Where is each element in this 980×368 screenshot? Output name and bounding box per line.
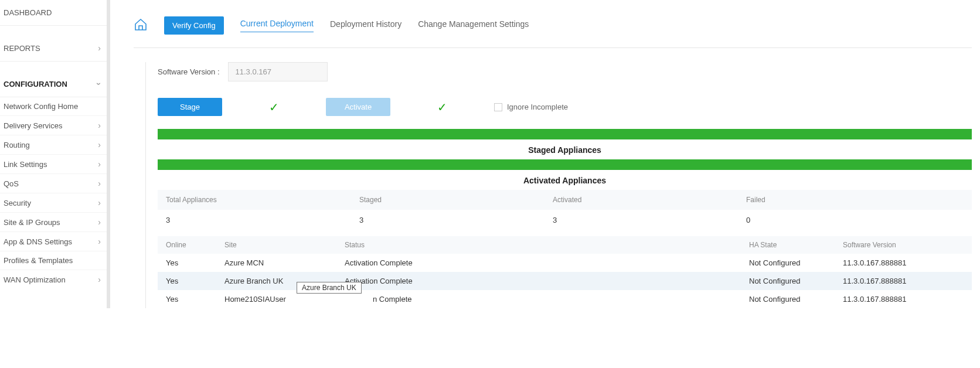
table-header-ha-state: HA State <box>741 236 835 254</box>
sidebar-reports[interactable]: REPORTS › <box>0 38 107 62</box>
cell-ha-state: Not Configured <box>741 290 835 308</box>
table-header-row: Online Site Status HA State Software Ver… <box>158 236 972 254</box>
tabs-row: Verify Config Current Deployment Deploym… <box>134 16 972 48</box>
staged-appliances-title: Staged Appliances <box>158 142 972 159</box>
tab-current-deployment[interactable]: Current Deployment <box>240 19 314 32</box>
table-header-software-version: Software Version <box>835 236 972 254</box>
table-header-online: Online <box>158 236 216 254</box>
cell-online: Yes <box>158 272 216 290</box>
table-row[interactable]: Yes Azure MCN Activation Complete Not Co… <box>158 254 972 272</box>
sidebar-item-routing[interactable]: Routing › <box>0 135 107 155</box>
tab-change-management-settings[interactable]: Change Management Settings <box>418 19 529 32</box>
cell-ha-state: Not Configured <box>741 254 835 272</box>
cell-online: Yes <box>158 254 216 272</box>
summary-value-staged: 3 <box>351 210 545 230</box>
cell-status: Activation Complete <box>336 254 741 272</box>
summary-value-activated: 3 <box>545 210 738 230</box>
cell-status: Azure Branch UK n Complete <box>336 290 741 308</box>
table-row[interactable]: Yes Azure Branch UK Activation Complete … <box>158 272 972 290</box>
sidebar-item-site-ip-groups[interactable]: Site & IP Groups › <box>0 213 107 232</box>
cell-software-version: 11.3.0.167.888881 <box>835 290 972 308</box>
sidebar-configuration[interactable]: CONFIGURATION › <box>0 73 107 97</box>
sidebar-item-link-settings[interactable]: Link Settings › <box>0 155 107 174</box>
check-icon: ✓ <box>437 100 447 114</box>
sidebar-item-label: App & DNS Settings <box>4 237 72 246</box>
sidebar-item-label: Link Settings <box>4 160 47 169</box>
summary-header-activated: Activated <box>545 190 738 210</box>
sidebar-item-delivery-services[interactable]: Delivery Services › <box>0 116 107 135</box>
sidebar-item-label: Profiles & Templates <box>4 256 73 265</box>
deployment-panel: Software Version : Stage ✓ Activate ✓ Ig… <box>145 62 972 308</box>
activated-progress-bar <box>158 159 972 170</box>
sidebar-item-wan-optimization[interactable]: WAN Optimization › <box>0 270 107 289</box>
sidebar-dashboard[interactable]: DASHBOARD <box>0 6 107 26</box>
chevron-right-icon: › <box>98 140 101 149</box>
stage-button[interactable]: Stage <box>158 98 222 116</box>
tab-deployment-history[interactable]: Deployment History <box>330 19 401 32</box>
summary-header-row: Total Appliances Staged Activated Failed <box>158 190 972 210</box>
software-version-label: Software Version : <box>158 67 220 76</box>
activate-button[interactable]: Activate <box>326 98 390 116</box>
cell-site: Azure MCN <box>216 254 336 272</box>
summary-header-total: Total Appliances <box>158 190 351 210</box>
sidebar-item-label: Security <box>4 199 31 207</box>
activated-appliances-title: Activated Appliances <box>158 172 972 190</box>
sidebar-item-qos[interactable]: QoS › <box>0 174 107 193</box>
summary-header-failed: Failed <box>738 190 972 210</box>
sidebar-item-app-dns-settings[interactable]: App & DNS Settings › <box>0 232 107 251</box>
sidebar: DASHBOARD REPORTS › CONFIGURATION › Netw… <box>0 0 110 308</box>
cell-ha-state: Not Configured <box>741 272 835 290</box>
verify-config-button[interactable]: Verify Config <box>164 16 224 35</box>
table-row[interactable]: Yes Home210SIAUser Azure Branch UK n Com… <box>158 290 972 308</box>
sidebar-item-label: Delivery Services <box>4 121 62 130</box>
home-icon[interactable] <box>134 18 148 33</box>
sidebar-item-label: Network Config Home <box>4 102 78 111</box>
sidebar-item-network-config-home[interactable]: Network Config Home <box>0 97 107 116</box>
checkbox-icon <box>494 103 502 111</box>
action-row: Stage ✓ Activate ✓ Ignore Incomplete <box>158 98 972 116</box>
sidebar-configuration-label: CONFIGURATION <box>4 80 67 88</box>
ignore-incomplete-checkbox[interactable]: Ignore Incomplete <box>494 103 568 111</box>
cell-online: Yes <box>158 290 216 308</box>
chevron-right-icon: › <box>98 237 101 246</box>
table-header-status: Status <box>336 236 741 254</box>
software-version-input[interactable] <box>228 62 328 81</box>
sidebar-item-label: Routing <box>4 141 30 149</box>
summary-value-row: 3 3 3 0 <box>158 210 972 230</box>
chevron-right-icon: › <box>98 198 101 207</box>
sidebar-item-profiles-templates[interactable]: Profiles & Templates <box>0 251 107 270</box>
cell-software-version: 11.3.0.167.888881 <box>835 254 972 272</box>
staged-progress-bar <box>158 129 972 139</box>
sidebar-item-label: Site & IP Groups <box>4 218 60 227</box>
chevron-right-icon: › <box>98 217 101 227</box>
site-tooltip: Azure Branch UK <box>297 282 362 294</box>
cell-software-version: 11.3.0.167.888881 <box>835 272 972 290</box>
chevron-right-icon: › <box>98 179 101 188</box>
software-version-row: Software Version : <box>158 62 972 81</box>
sidebar-dashboard-label: DASHBOARD <box>4 8 52 17</box>
summary-value-failed: 0 <box>738 210 972 230</box>
check-icon: ✓ <box>269 100 279 114</box>
cell-status: Activation Complete <box>336 272 741 290</box>
table-header-site: Site <box>216 236 336 254</box>
sidebar-item-label: QoS <box>4 179 19 188</box>
summary-header-staged: Staged <box>351 190 545 210</box>
chevron-down-icon: › <box>95 83 104 86</box>
sidebar-reports-label: REPORTS <box>4 44 40 53</box>
chevron-right-icon: › <box>98 43 101 53</box>
chevron-right-icon: › <box>98 121 101 130</box>
chevron-right-icon: › <box>98 159 101 169</box>
chevron-right-icon: › <box>98 275 101 284</box>
summary-value-total: 3 <box>158 210 351 230</box>
ignore-incomplete-label: Ignore Incomplete <box>507 103 568 111</box>
cell-status-text: n Complete <box>345 295 411 304</box>
sidebar-item-label: WAN Optimization <box>4 275 66 284</box>
sidebar-item-security[interactable]: Security › <box>0 193 107 213</box>
main-content: Verify Config Current Deployment Deploym… <box>110 0 980 308</box>
